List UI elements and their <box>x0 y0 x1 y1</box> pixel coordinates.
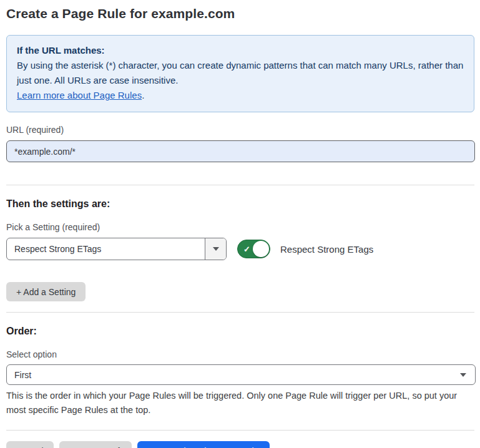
setting-select-value: Respect Strong ETags <box>7 238 205 260</box>
info-box-heading: If the URL matches: <box>17 43 464 58</box>
settings-section-heading: Then the settings are: <box>6 198 474 210</box>
url-field-label: URL (required) <box>6 125 474 135</box>
info-box-link-row: Learn more about Page Rules. <box>17 88 464 103</box>
url-match-info-box: If the URL matches: By using the asteris… <box>6 35 474 112</box>
setting-row: Respect Strong ETags ✓ Respect Strong ET… <box>6 238 474 260</box>
cancel-button[interactable]: Cancel <box>6 441 54 448</box>
create-page-rule-form: Create a Page Rule for example.com If th… <box>0 0 480 448</box>
setting-select-arrow-button[interactable] <box>205 238 226 260</box>
chevron-down-icon <box>460 373 466 377</box>
order-select[interactable]: First <box>6 364 476 385</box>
page-title: Create a Page Rule for example.com <box>6 6 474 21</box>
order-select-label: Select option <box>6 349 474 359</box>
save-and-deploy-button[interactable]: Save and Deploy Page Rule <box>137 441 270 448</box>
section-divider <box>6 312 474 313</box>
order-select-value: First <box>14 370 31 380</box>
section-divider <box>6 185 474 185</box>
dropdown-arrow-icon <box>213 247 219 251</box>
url-input[interactable] <box>6 140 475 162</box>
pick-setting-label: Pick a Setting (required) <box>6 222 474 232</box>
link-period: . <box>142 90 144 100</box>
order-help-text: This is the order in which your Page Rul… <box>6 389 474 417</box>
toggle-knob <box>253 241 269 257</box>
learn-more-link[interactable]: Learn more about Page Rules <box>17 90 142 100</box>
order-section-heading: Order: <box>6 326 474 337</box>
setting-toggle-label: Respect Strong ETags <box>280 244 373 255</box>
setting-select[interactable]: Respect Strong ETags <box>6 238 227 260</box>
check-icon: ✓ <box>243 245 250 253</box>
info-box-body: By using the asterisk (*) character, you… <box>17 58 464 88</box>
setting-toggle[interactable]: ✓ <box>237 240 270 258</box>
save-as-draft-button[interactable]: Save as Draft <box>59 441 132 448</box>
footer-divider <box>6 430 474 431</box>
add-setting-button[interactable]: + Add a Setting <box>6 282 86 301</box>
footer-actions: Cancel Save as Draft Save and Deploy Pag… <box>6 441 474 448</box>
